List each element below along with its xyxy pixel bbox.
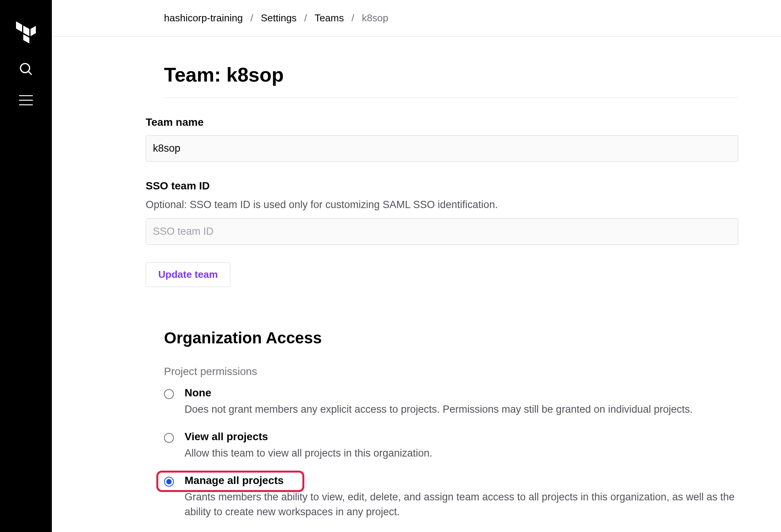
breadcrumb-org[interactable]: hashicorp-training (164, 12, 243, 24)
project-permissions-subheading: Project permissions (164, 365, 738, 378)
menu-icon[interactable] (19, 95, 33, 106)
radio-view-all-desc: Allow this team to view all projects in … (185, 446, 738, 461)
breadcrumb: hashicorp-training / Settings / Teams / … (52, 0, 781, 37)
search-icon[interactable] (19, 62, 33, 76)
update-team-button[interactable]: Update team (146, 262, 230, 287)
org-access-heading: Organization Access (164, 329, 738, 347)
sso-team-id-help: Optional: SSO team ID is used only for c… (146, 199, 738, 211)
radio-manage-all-title: Manage all projects (185, 474, 738, 487)
radio-option-none[interactable]: None Does not grant members any explicit… (164, 387, 738, 417)
radio-option-manage-all[interactable]: Manage all projects Grants members the a… (164, 474, 738, 519)
breadcrumb-settings[interactable]: Settings (261, 12, 297, 24)
radio-option-view-all[interactable]: View all projects Allow this team to vie… (164, 431, 738, 461)
radio-manage-all-desc: Grants members the ability to view, edit… (185, 490, 738, 519)
sso-team-id-input[interactable] (146, 218, 738, 245)
radio-manage-all[interactable] (164, 477, 174, 487)
breadcrumb-separator: / (304, 12, 307, 24)
page-title: Team: k8sop (164, 63, 738, 98)
breadcrumb-current: k8sop (362, 12, 388, 24)
svg-line-1 (28, 71, 31, 74)
sidebar (0, 0, 52, 532)
radio-view-all[interactable] (164, 433, 174, 443)
radio-none-desc: Does not grant members any explicit acce… (185, 402, 738, 417)
sso-team-id-label: SSO team ID (146, 180, 738, 192)
radio-none[interactable] (164, 389, 174, 399)
terraform-logo-icon[interactable] (16, 21, 36, 43)
radio-none-title: None (185, 387, 738, 399)
main-content: hashicorp-training / Settings / Teams / … (52, 0, 781, 532)
team-name-label: Team name (146, 116, 738, 128)
radio-view-all-title: View all projects (185, 431, 738, 443)
breadcrumb-teams[interactable]: Teams (315, 12, 344, 24)
breadcrumb-separator: / (251, 12, 253, 24)
breadcrumb-separator: / (352, 12, 354, 24)
team-name-input[interactable] (146, 135, 738, 162)
